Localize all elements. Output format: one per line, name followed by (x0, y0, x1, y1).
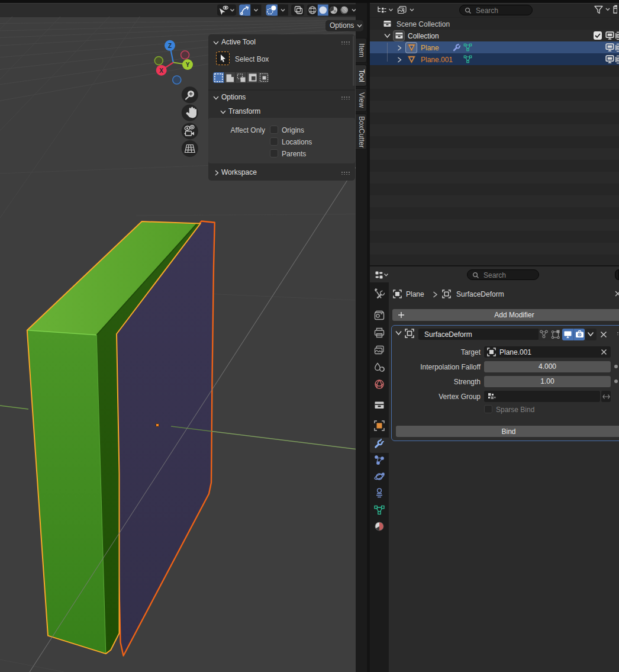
svg-text:Y: Y (186, 62, 190, 68)
svg-text:X: X (159, 67, 163, 74)
svg-text:Z: Z (168, 43, 172, 49)
